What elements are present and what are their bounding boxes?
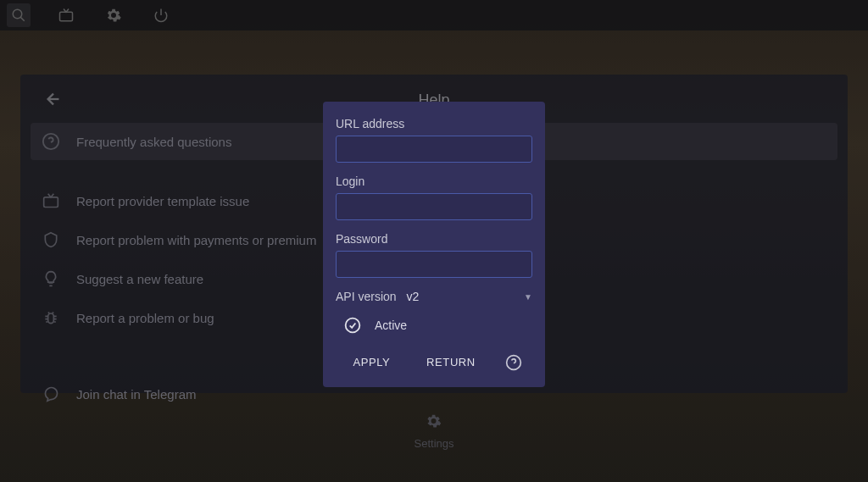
login-input[interactable] xyxy=(336,193,532,220)
modal-actions: APPLY RETURN xyxy=(336,351,532,374)
svg-point-9 xyxy=(346,319,360,333)
api-value: v2 xyxy=(407,290,515,303)
chevron-down-icon: ▼ xyxy=(524,292,532,302)
return-button[interactable]: RETURN xyxy=(420,351,482,374)
password-input[interactable] xyxy=(336,251,532,278)
checkmark-icon xyxy=(344,317,361,334)
help-icon[interactable] xyxy=(505,354,522,371)
api-label: API version xyxy=(336,290,397,303)
login-modal: URL address Login Password API version v… xyxy=(323,102,545,387)
active-toggle[interactable]: Active xyxy=(336,317,532,334)
modal-overlay: URL address Login Password API version v… xyxy=(0,0,868,482)
password-label: Password xyxy=(336,232,532,246)
apply-button[interactable]: APPLY xyxy=(346,351,397,374)
api-version-row[interactable]: API version v2 ▼ xyxy=(336,290,532,303)
login-label: Login xyxy=(336,175,532,188)
url-input[interactable] xyxy=(336,136,532,163)
active-label: Active xyxy=(375,319,407,332)
url-label: URL address xyxy=(336,117,532,130)
